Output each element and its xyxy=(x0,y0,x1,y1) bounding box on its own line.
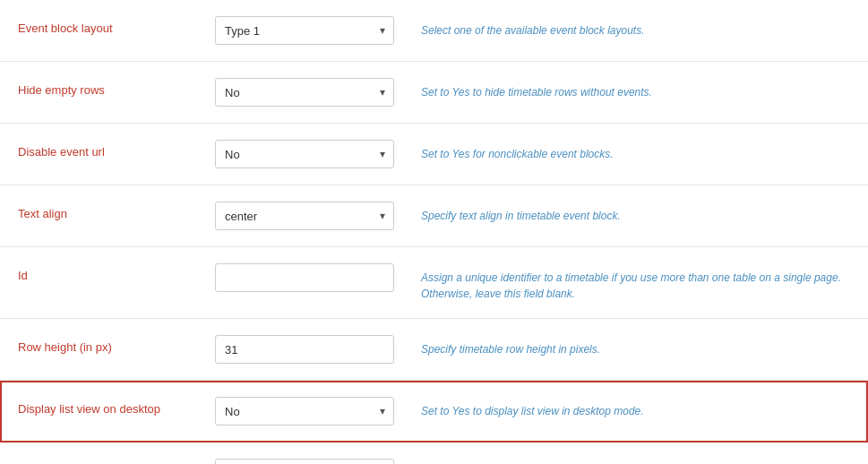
row-description-disable-event-url: Set to Yes for nonclickable event blocks… xyxy=(421,140,850,162)
settings-row-display-list-view: Display list view on desktopNoYesSet to … xyxy=(0,381,868,443)
settings-row-hide-empty-rows: Hide empty rowsNoYesSet to Yes to hide t… xyxy=(0,62,868,124)
select-hide-empty-rows[interactable]: NoYes xyxy=(215,78,394,107)
settings-row-id-field: IdAssign a unique identifier to a timeta… xyxy=(0,247,868,319)
select-wrapper-event-block-layout: Type 1Type 2Type 3 xyxy=(215,16,394,45)
settings-row-event-block-layout: Event block layoutType 1Type 2Type 3Sele… xyxy=(0,0,868,62)
row-description-display-list-view: Set to Yes to display list view in deskt… xyxy=(421,397,850,419)
select-wrapper-responsive: YesNo xyxy=(215,459,394,464)
row-control-text-align: centerleftright xyxy=(215,202,394,230)
settings-row-text-align: Text aligncenterleftrightSpecify text al… xyxy=(0,185,868,247)
row-description-hide-empty-rows: Set to Yes to hide timetable rows withou… xyxy=(421,78,850,100)
select-wrapper-text-align: centerleftright xyxy=(215,202,394,230)
settings-row-responsive: ResponsiveYesNoSet to Yes to adjust time… xyxy=(0,443,868,464)
row-description-id-field: Assign a unique identifier to a timetabl… xyxy=(421,263,850,302)
select-wrapper-display-list-view: NoYes xyxy=(215,397,394,425)
select-responsive[interactable]: YesNo xyxy=(215,459,394,464)
row-label-display-list-view: Display list view on desktop xyxy=(18,397,215,416)
row-description-text-align: Specify text align in timetable event bl… xyxy=(421,202,850,224)
select-wrapper-disable-event-url: NoYes xyxy=(215,140,394,168)
row-label-disable-event-url: Disable event url xyxy=(18,140,215,159)
row-description-responsive: Set to Yes to adjust timetable to mobile… xyxy=(421,459,850,464)
settings-panel: Event block layoutType 1Type 2Type 3Sele… xyxy=(0,0,868,464)
input-id-field[interactable] xyxy=(215,263,394,292)
row-description-event-block-layout: Select one of the available event block … xyxy=(421,16,850,39)
row-control-event-block-layout: Type 1Type 2Type 3 xyxy=(215,16,394,45)
row-label-responsive: Responsive xyxy=(18,459,215,464)
row-control-hide-empty-rows: NoYes xyxy=(215,78,394,107)
select-text-align[interactable]: centerleftright xyxy=(215,202,394,230)
row-description-row-height: Specify timetable row height in pixels. xyxy=(421,335,850,357)
input-row-height[interactable] xyxy=(215,335,394,364)
row-control-id-field xyxy=(215,263,394,292)
row-label-text-align: Text align xyxy=(18,202,215,220)
row-label-row-height: Row height (in px) xyxy=(18,335,215,354)
row-control-row-height xyxy=(215,335,394,364)
select-wrapper-hide-empty-rows: NoYes xyxy=(215,78,394,107)
row-label-id-field: Id xyxy=(18,263,215,282)
settings-row-row-height: Row height (in px)Specify timetable row … xyxy=(0,319,868,381)
row-control-responsive: YesNo xyxy=(215,459,394,464)
select-display-list-view[interactable]: NoYes xyxy=(215,397,394,425)
row-label-event-block-layout: Event block layout xyxy=(18,16,215,35)
select-event-block-layout[interactable]: Type 1Type 2Type 3 xyxy=(215,16,394,45)
row-control-disable-event-url: NoYes xyxy=(215,140,394,168)
row-label-hide-empty-rows: Hide empty rows xyxy=(18,78,215,97)
select-disable-event-url[interactable]: NoYes xyxy=(215,140,394,168)
settings-row-disable-event-url: Disable event urlNoYesSet to Yes for non… xyxy=(0,124,868,185)
row-control-display-list-view: NoYes xyxy=(215,397,394,425)
